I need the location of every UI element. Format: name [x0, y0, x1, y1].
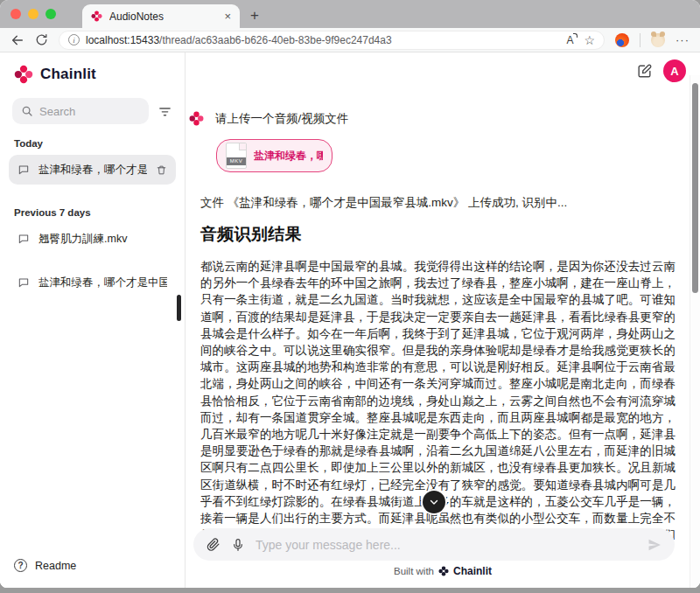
chat-bubble-icon: [18, 164, 30, 176]
new-chat-icon[interactable]: [636, 63, 653, 80]
microphone-icon[interactable]: [231, 538, 245, 552]
thread-title: 翘臀肌力訓練.mkv: [38, 232, 167, 247]
main-chat-area: A 请上传一个音频/视频文件 MKV 盐津和绿春，哪... 文件 《盐: [186, 52, 700, 588]
url-host: localhost:15433: [86, 34, 159, 46]
chat-bubble-icon: [18, 233, 30, 245]
window-controls: [0, 0, 68, 28]
trash-icon[interactable]: [156, 164, 167, 176]
sidebar: Chainlit Today 盐津和绿春，哪个才是中...: [0, 52, 186, 588]
brand-row: Chainlit: [0, 52, 185, 91]
section-label-previous: Previous 7 days: [14, 207, 171, 218]
result-heading: 音频识别结果: [200, 223, 676, 246]
url-path: /thread/ac63aab6-b626-40eb-83be-9f9ec247…: [159, 34, 392, 46]
chainlit-logo-icon: [14, 65, 33, 84]
search-input[interactable]: [39, 105, 140, 118]
filter-icon[interactable]: [158, 104, 172, 119]
upload-status-text: 文件 《盐津和绿春，哪个才是中国最窄县城.mkv》 上传成功, 识别中...: [200, 195, 676, 211]
sidebar-item-thread[interactable]: 翘臀肌力訓練.mkv: [9, 224, 176, 254]
thread-title: 盐津和绿春，哪个才是中...: [38, 163, 147, 178]
browser-menu-icon[interactable]: ···: [676, 33, 690, 46]
back-icon[interactable]: [10, 33, 24, 47]
scroll-to-bottom-button[interactable]: [423, 491, 445, 513]
section-label-today: Today: [14, 138, 171, 149]
site-info-icon[interactable]: i: [68, 34, 80, 45]
browser-extension-pet-icon[interactable]: [651, 33, 665, 47]
search-row: [0, 91, 185, 124]
brand-name: Chainlit: [40, 66, 96, 83]
close-window-button[interactable]: [10, 9, 21, 19]
chat-bubble-icon: [18, 276, 30, 289]
maximize-window-button[interactable]: [46, 9, 56, 19]
readme-link[interactable]: i ? Readme: [0, 559, 185, 588]
assistant-message-text: 请上传一个音频/视频文件: [215, 110, 348, 128]
new-tab-button[interactable]: +: [250, 7, 259, 24]
readme-label: Readme: [35, 560, 76, 572]
read-aloud-icon[interactable]: A: [566, 34, 578, 46]
sidebar-resize-handle[interactable]: [177, 295, 181, 321]
browser-tab[interactable]: AudioNotes ×: [82, 4, 240, 28]
scrollbar-thumb[interactable]: [692, 83, 698, 293]
attach-file-icon[interactable]: [206, 537, 220, 552]
browser-tab-bar: AudioNotes × +: [0, 0, 700, 28]
message-composer[interactable]: [193, 528, 675, 561]
search-icon: [21, 105, 33, 117]
assistant-message: 请上传一个音频/视频文件: [189, 110, 676, 128]
address-bar[interactable]: i localhost:15433/thread/ac63aab6-b626-4…: [59, 31, 605, 50]
tab-title: AudioNotes: [109, 10, 217, 23]
sidebar-item-thread-current[interactable]: 盐津和绿春，哪个才是中...: [9, 155, 176, 185]
chevron-down-icon: [428, 496, 440, 508]
chat-thread: 请上传一个音频/视频文件 MKV 盐津和绿春，哪... 文件 《盐津和绿春，哪个…: [189, 52, 676, 540]
send-icon[interactable]: [647, 537, 662, 553]
user-avatar[interactable]: A: [663, 59, 686, 82]
built-with-brand: Chainlit: [453, 565, 492, 577]
reload-icon[interactable]: [35, 33, 48, 46]
sidebar-item-thread[interactable]: 盐津和绿春，哪个才是中国...: [9, 268, 176, 297]
attachment-chip[interactable]: MKV 盐津和绿春，哪...: [216, 139, 332, 172]
browser-window: AudioNotes × + i localhost:15433/thread/…: [0, 0, 700, 588]
minimize-window-button[interactable]: [28, 9, 38, 19]
built-with-text: Built with: [394, 566, 434, 576]
file-type-badge: MKV: [227, 157, 246, 165]
help-circle-icon: ?: [14, 559, 27, 572]
url-text[interactable]: localhost:15433/thread/ac63aab6-b626-40e…: [86, 34, 560, 46]
search-box[interactable]: [12, 98, 149, 124]
tab-close-icon[interactable]: ×: [224, 10, 231, 22]
file-icon: MKV: [226, 143, 247, 169]
built-with-footer[interactable]: Built with Chainlit: [186, 565, 700, 577]
favorite-star-icon[interactable]: ☆: [584, 34, 595, 46]
tab-favicon-chainlit-icon: [91, 10, 102, 22]
browser-extension-icon[interactable]: [615, 33, 629, 47]
browser-nav-bar: i localhost:15433/thread/ac63aab6-b626-4…: [0, 28, 700, 52]
chainlit-logo-icon: [438, 566, 449, 576]
thread-title: 盐津和绿春，哪个才是中国...: [38, 276, 167, 290]
assistant-avatar-chainlit-icon: [189, 111, 204, 126]
attachment-name: 盐津和绿春，哪...: [254, 149, 323, 164]
message-input[interactable]: [256, 538, 636, 552]
header-actions: A: [636, 59, 686, 82]
toolbar-divider: [640, 33, 640, 47]
chainlit-app: Chainlit Today 盐津和绿春，哪个才是中...: [0, 52, 700, 588]
